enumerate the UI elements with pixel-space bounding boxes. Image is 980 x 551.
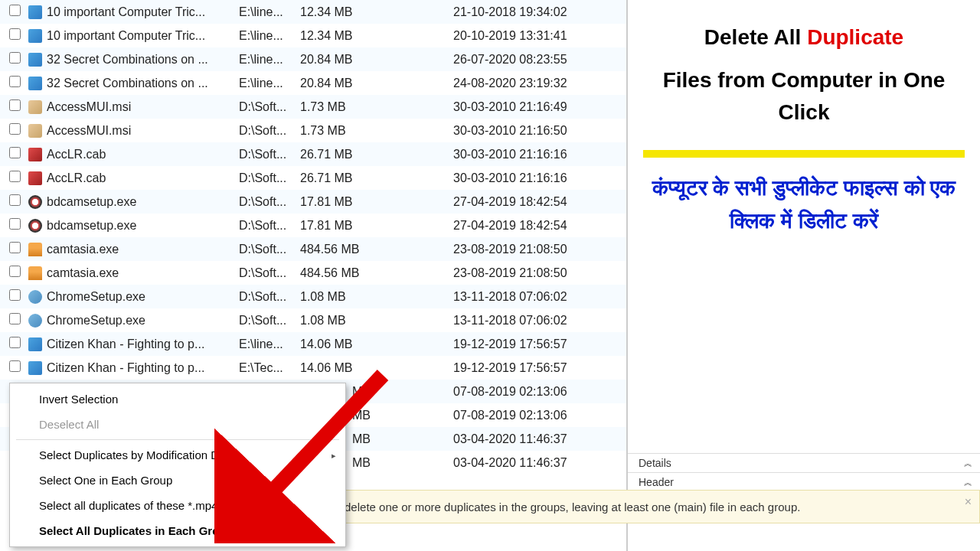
file-checkbox[interactable] <box>9 28 21 40</box>
file-name: camtasia.exe <box>44 266 239 280</box>
file-row[interactable]: ChromeSetup.exeD:\Soft...1.08 MB13-11-20… <box>0 285 626 308</box>
file-date: 03-04-2020 11:46:37 <box>453 456 626 470</box>
file-size: 20.84 MB <box>300 77 377 90</box>
file-size: 484.56 MB <box>300 266 377 280</box>
file-path: E:\line... <box>239 29 300 43</box>
file-path: D:\Soft... <box>239 266 300 280</box>
file-row[interactable]: camtasia.exeD:\Soft...484.56 MB23-08-201… <box>0 261 626 285</box>
menu-select-one-each[interactable]: Select One in Each Group <box>10 468 345 493</box>
file-size: 1.08 MB <box>300 290 377 304</box>
file-checkbox[interactable] <box>9 123 21 135</box>
file-date: 24-08-2020 23:19:32 <box>453 77 626 90</box>
file-row[interactable]: 10 important Computer Tric...E:\line...1… <box>0 0 626 24</box>
file-name: ChromeSetup.exe <box>44 314 239 328</box>
menu-deselect-all[interactable]: Deselect All <box>10 412 345 437</box>
file-size: 1.73 MB <box>300 124 377 138</box>
file-type-icon <box>28 290 42 304</box>
file-name: camtasia.exe <box>44 243 239 256</box>
menu-select-all-ext[interactable]: Select all duplicates of these *.mp4 fil… <box>10 493 345 518</box>
file-size: 1.08 MB <box>300 314 377 328</box>
menu-select-all-duplicates[interactable]: Select All Duplicates in Each Group <box>10 518 345 543</box>
file-row[interactable]: AccessMUI.msiD:\Soft...1.73 MB30-03-2010… <box>0 119 626 142</box>
file-size: 12.34 MB <box>300 5 377 19</box>
file-size: 14.06 MB <box>300 361 377 375</box>
tab-header[interactable]: Header ︽ <box>628 472 980 491</box>
file-date: 26-07-2020 08:23:55 <box>453 53 626 67</box>
file-row[interactable]: AccLR.cabD:\Soft...26.71 MB30-03-2010 21… <box>0 142 626 166</box>
file-row[interactable]: 32 Secret Combinations on ...E:\line...2… <box>0 47 626 71</box>
file-checkbox[interactable] <box>9 147 21 158</box>
file-checkbox[interactable] <box>9 76 21 87</box>
title-block: Delete All Duplicate Files from Computer… <box>628 0 980 142</box>
file-path: D:\Soft... <box>239 219 300 233</box>
file-type-icon <box>28 195 42 209</box>
file-row[interactable]: bdcamsetup.exeD:\Soft...17.81 MB27-04-20… <box>0 190 626 214</box>
file-type-icon <box>28 148 42 161</box>
file-row[interactable]: Citizen Khan - Fighting to p...E:\Tec...… <box>0 356 626 380</box>
file-checkbox[interactable] <box>9 5 21 16</box>
file-date: 23-08-2019 21:08:50 <box>453 266 626 280</box>
file-checkbox[interactable] <box>9 313 21 324</box>
file-checkbox[interactable] <box>9 218 21 230</box>
file-size: 17.81 MB <box>300 219 377 233</box>
file-row[interactable]: AccessMUI.msiD:\Soft...1.73 MB30-03-2010… <box>0 95 626 119</box>
file-size: 1.73 MB <box>300 100 377 114</box>
file-date: 27-04-2019 18:42:54 <box>453 219 626 233</box>
file-date: 23-08-2019 21:08:50 <box>453 243 626 256</box>
file-checkbox[interactable] <box>9 99 21 111</box>
file-checkbox[interactable] <box>9 289 21 301</box>
file-row[interactable]: 10 important Computer Tric...E:\line...1… <box>0 24 626 47</box>
file-checkbox[interactable] <box>9 266 21 277</box>
tab-details[interactable]: Details ︽ <box>628 453 980 472</box>
file-date: 21-10-2018 19:34:02 <box>453 5 626 19</box>
file-name: 32 Secret Combinations on ... <box>44 53 239 67</box>
file-checkbox[interactable] <box>9 337 21 348</box>
file-date: 13-11-2018 07:06:02 <box>453 314 626 328</box>
file-row[interactable]: 32 Secret Combinations on ...E:\line...2… <box>0 71 626 95</box>
file-name: Citizen Khan - Fighting to p... <box>44 337 239 351</box>
file-path: E:\line... <box>239 5 300 19</box>
side-panel: Delete All Duplicate Files from Computer… <box>628 0 980 551</box>
file-checkbox[interactable] <box>9 242 21 253</box>
file-path: E:\line... <box>239 53 300 67</box>
tab-label: Header <box>639 476 674 488</box>
file-date: 30-03-2010 21:16:16 <box>453 171 626 185</box>
hindi-text: कंप्यूटर के सभी डुप्लीकेट फाइल्स को एक क… <box>628 171 980 238</box>
file-checkbox[interactable] <box>9 171 21 182</box>
file-date: 27-04-2019 18:42:54 <box>453 195 626 209</box>
file-size: 484.56 MB <box>300 243 377 256</box>
file-list-panel: 10 important Computer Tric...E:\line...1… <box>0 0 628 551</box>
file-date: 07-08-2019 02:13:06 <box>453 385 626 399</box>
file-checkbox[interactable] <box>9 360 21 372</box>
file-path: D:\Soft... <box>239 124 300 138</box>
file-type-icon <box>28 171 42 185</box>
file-type-icon <box>28 337 42 351</box>
file-date: 03-04-2020 11:46:37 <box>453 432 626 446</box>
file-path: D:\Soft... <box>239 243 300 256</box>
file-row[interactable]: AccLR.cabD:\Soft...26.71 MB30-03-2010 21… <box>0 166 626 190</box>
file-name: 32 Secret Combinations on ... <box>44 77 239 90</box>
file-type-icon <box>28 29 42 43</box>
menu-select-by-date[interactable]: Select Duplicates by Modification Date ▸ <box>10 442 345 468</box>
file-row[interactable]: camtasia.exeD:\Soft...484.56 MB23-08-201… <box>0 237 626 261</box>
file-name: bdcamsetup.exe <box>44 195 239 209</box>
file-row[interactable]: Citizen Khan - Fighting to p...E:\line..… <box>0 332 626 356</box>
file-type-icon <box>28 219 42 233</box>
file-row[interactable]: ChromeSetup.exeD:\Soft...1.08 MB13-11-20… <box>0 308 626 332</box>
file-name: AccLR.cab <box>44 148 239 161</box>
info-banner: ct and delete one or more duplicates in … <box>299 490 980 523</box>
file-checkbox[interactable] <box>9 52 21 64</box>
file-name: 10 important Computer Tric... <box>44 29 239 43</box>
file-path: D:\Soft... <box>239 148 300 161</box>
file-type-icon <box>28 77 42 90</box>
file-checkbox[interactable] <box>9 194 21 206</box>
file-path: D:\Soft... <box>239 100 300 114</box>
file-path: D:\Soft... <box>239 171 300 185</box>
file-name: Citizen Khan - Fighting to p... <box>44 361 239 375</box>
context-menu: Invert Selection Deselect All Select Dup… <box>9 383 346 547</box>
file-row[interactable]: bdcamsetup.exeD:\Soft...17.81 MB27-04-20… <box>0 214 626 237</box>
close-icon[interactable]: × <box>965 495 972 509</box>
menu-invert-selection[interactable]: Invert Selection <box>10 386 345 412</box>
file-date: 30-03-2010 21:16:16 <box>453 148 626 161</box>
file-path: D:\Soft... <box>239 195 300 209</box>
